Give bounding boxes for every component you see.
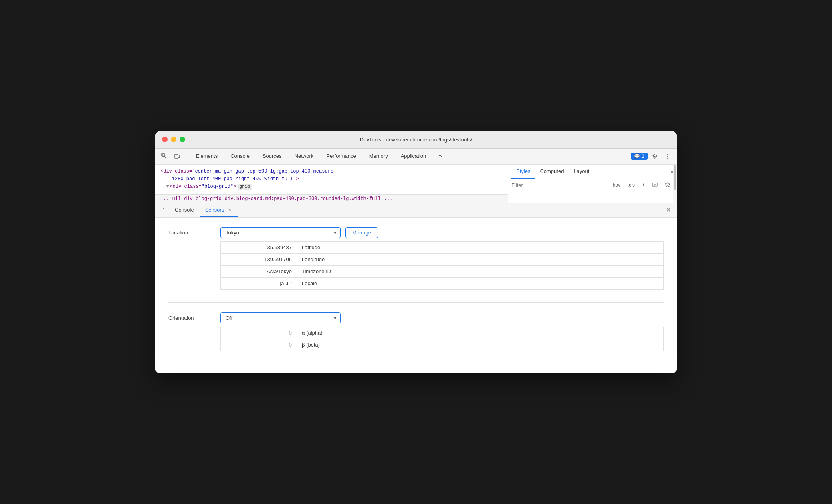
beta-label: β (beta) (297, 339, 325, 351)
settings-icon[interactable]: ⚙ (649, 151, 660, 162)
tab-network[interactable]: Network (288, 148, 320, 164)
new-style-rule-button[interactable] (649, 181, 660, 190)
tab-layout[interactable]: Layout (569, 165, 594, 179)
location-controls: Tokyo Manage 35.689487 Latitude (220, 227, 664, 290)
drawer-tabs: ⋮ Console Sensors × × (155, 203, 677, 218)
timezone-label: Timezone ID (297, 266, 336, 277)
location-fields: 35.689487 Latitude 139.691706 Longitude … (220, 241, 664, 290)
location-select-row: Tokyo Manage (220, 227, 664, 238)
console-tab-label: Console (175, 207, 194, 213)
longitude-value: 139.691706 (221, 254, 297, 265)
alpha-label: α (alpha) (297, 327, 327, 339)
dom-tag: <div class= (160, 169, 192, 174)
timezone-value: Asia/Tokyo (221, 266, 297, 277)
hov-filter-button[interactable]: :hov (608, 181, 623, 189)
breadcrumb-item-2[interactable]: div.blog-grid (184, 196, 222, 202)
styles-filter: :hov .cls + (508, 179, 677, 192)
drawer-close-button[interactable]: × (664, 205, 673, 215)
browser-window: DevTools - developer.chrome.com/tags/dev… (155, 131, 677, 373)
locale-row: ja-JP Locale (221, 278, 663, 289)
toolbar-right: 💬 1 ⚙ ⋮ (631, 151, 673, 162)
add-style-button[interactable]: + (639, 181, 648, 189)
svg-rect-3 (652, 183, 657, 186)
orientation-select-wrapper: Off (220, 312, 341, 323)
toolbar-tabs: Elements Console Sources Network Perform… (190, 149, 448, 164)
tab-computed[interactable]: Computed (535, 165, 569, 179)
alpha-row: 0 α (alpha) (221, 327, 663, 339)
svg-rect-1 (175, 154, 178, 158)
traffic-lights (162, 137, 185, 142)
latitude-value: 35.689487 (221, 242, 297, 253)
right-scrollbar[interactable] (673, 165, 677, 203)
dom-view: <div class="center margin gap top 500 lg… (155, 165, 508, 195)
styles-tabs: Styles Computed Layout » (508, 165, 677, 179)
styles-more-icon[interactable]: » (670, 169, 673, 175)
longitude-label: Longitude (297, 254, 329, 265)
breadcrumb-item-3[interactable]: div.blog-card.md:pad-400.pad-300.rounded… (225, 196, 381, 202)
dom-attr-value-3: "blog-grid" (202, 184, 233, 190)
orientation-row: Orientation Off 0 (168, 312, 664, 351)
styles-panel: Styles Computed Layout » :hov .cls + (508, 165, 677, 203)
beta-row: 0 β (beta) (221, 339, 663, 351)
tab-console-drawer[interactable]: Console (170, 203, 199, 218)
toolbar-divider (186, 152, 186, 160)
chat-badge[interactable]: 💬 1 (631, 153, 648, 160)
tab-memory[interactable]: Memory (363, 148, 394, 164)
location-label: Location (168, 227, 220, 236)
breadcrumb: ... ull div.blog-grid div.blog-card.md:p… (155, 194, 508, 202)
tab-console[interactable]: Console (224, 148, 256, 164)
breadcrumb-item-0[interactable]: ... (160, 196, 169, 202)
more-options-icon[interactable]: ⋮ (662, 151, 673, 162)
device-mode-icon[interactable] (172, 151, 183, 162)
dom-attr-value: "center margin gap top 500 lg:gap top 40… (192, 169, 333, 174)
latitude-row: 35.689487 Latitude (221, 242, 663, 254)
orientation-select[interactable]: Off (220, 312, 341, 323)
dom-tag-2: "> (293, 176, 299, 182)
tab-styles[interactable]: Styles (511, 165, 535, 179)
location-row: Location Tokyo Manage (168, 227, 664, 290)
manage-button[interactable]: Manage (345, 227, 378, 238)
tab-more[interactable]: » (432, 148, 448, 164)
close-button[interactable] (162, 137, 168, 142)
devtools-panel: Elements Console Sources Network Perform… (155, 149, 677, 373)
timezone-row: Asia/Tokyo Timezone ID (221, 266, 663, 278)
force-state-button[interactable] (662, 181, 673, 190)
locale-label: Locale (297, 278, 322, 289)
breadcrumb-item-4[interactable]: ... (384, 196, 393, 202)
top-panels: <div class="center margin gap top 500 lg… (155, 165, 677, 203)
maximize-button[interactable] (180, 137, 185, 142)
chat-count: 1 (642, 153, 644, 159)
dom-line-3: ▼<div class="blog-grid">grid (160, 183, 503, 191)
dom-badge: grid (238, 184, 251, 190)
chat-icon: 💬 (634, 153, 640, 159)
tab-sensors-drawer[interactable]: Sensors × (200, 203, 238, 218)
location-section: Location Tokyo Manage (168, 227, 664, 290)
breadcrumb-item-1[interactable]: ull (172, 196, 181, 202)
dom-attr-value-2: 1280 pad-left-400 pad-right-400 width-fu… (172, 176, 293, 182)
inspector-icon[interactable] (159, 151, 170, 162)
svg-rect-2 (178, 155, 180, 158)
devtools-toolbar: Elements Console Sources Network Perform… (155, 149, 677, 165)
sensors-tab-label: Sensors (205, 207, 224, 213)
window-title: DevTools - developer.chrome.com/tags/dev… (360, 137, 472, 143)
alpha-value: 0 (221, 327, 297, 339)
location-select-wrapper: Tokyo (220, 227, 341, 238)
tab-elements[interactable]: Elements (190, 148, 224, 164)
section-divider (168, 302, 664, 303)
orientation-section: Orientation Off 0 (168, 312, 664, 351)
dom-line-1: <div class="center margin gap top 500 lg… (160, 168, 503, 175)
dom-tag-3: <div class= (170, 184, 202, 190)
scrollbar-thumb (674, 165, 676, 190)
tab-sources[interactable]: Sources (256, 148, 288, 164)
cls-filter-button[interactable]: .cls (625, 181, 638, 189)
sensors-close-icon[interactable]: × (226, 206, 233, 213)
drawer-menu-button[interactable]: ⋮ (159, 205, 168, 215)
tab-application[interactable]: Application (394, 148, 433, 164)
tab-performance[interactable]: Performance (320, 148, 362, 164)
bottom-drawer: ⋮ Console Sensors × × Location (155, 203, 677, 373)
filter-input[interactable] (511, 182, 605, 188)
dom-panel: <div class="center margin gap top 500 lg… (155, 165, 508, 203)
beta-value: 0 (221, 339, 297, 351)
minimize-button[interactable] (171, 137, 176, 142)
location-select[interactable]: Tokyo (220, 227, 341, 238)
